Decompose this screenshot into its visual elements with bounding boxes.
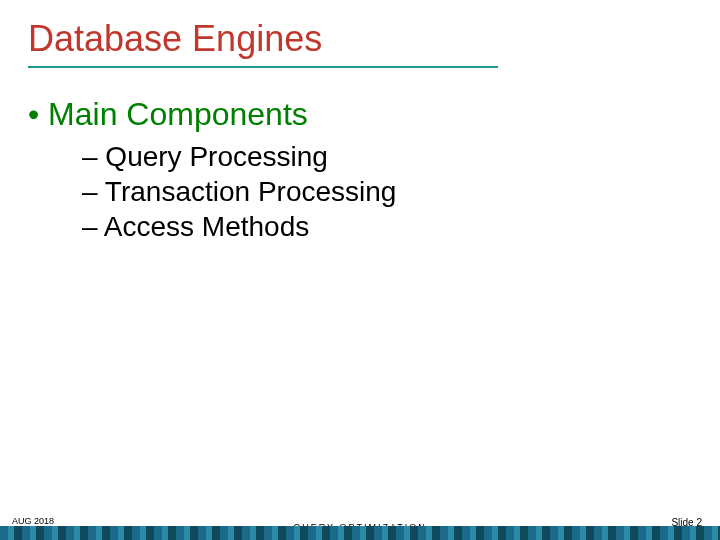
footer-date: AUG 2018	[12, 516, 54, 526]
sub-bullet-item: Transaction Processing	[82, 174, 720, 209]
sub-bullet-item: Access Methods	[82, 209, 720, 244]
main-bullet: Main Components	[28, 96, 720, 133]
sub-bullet-list: Query Processing Transaction Processing …	[28, 139, 720, 244]
content-area: Main Components Query Processing Transac…	[0, 68, 720, 244]
footer-decorative-band	[0, 526, 720, 540]
sub-bullet-item: Query Processing	[82, 139, 720, 174]
slide-title: Database Engines	[0, 0, 720, 66]
slide-footer: AUG 2018 QUERY OPTIMIZATION Slide 2	[0, 506, 720, 540]
